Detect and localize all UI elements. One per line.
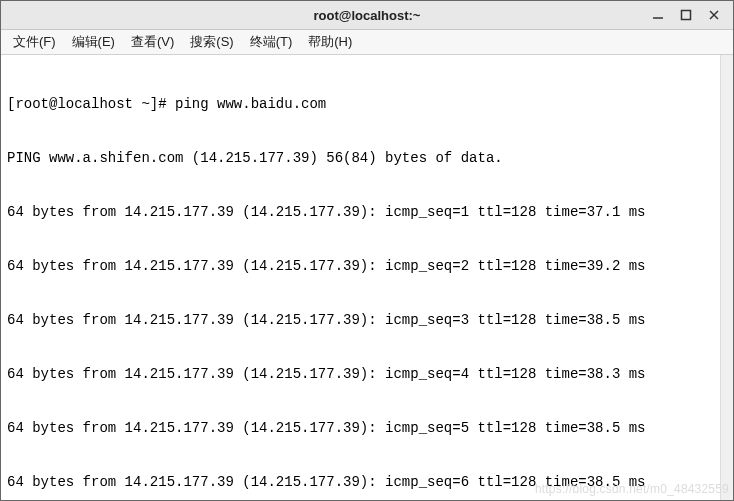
maximize-button[interactable] bbox=[679, 8, 693, 22]
ping-reply: 64 bytes from 14.215.177.39 (14.215.177.… bbox=[7, 257, 727, 275]
shell-prompt: [root@localhost ~]# bbox=[7, 96, 175, 112]
ping-reply: 64 bytes from 14.215.177.39 (14.215.177.… bbox=[7, 473, 727, 491]
svg-rect-1 bbox=[682, 11, 691, 20]
typed-command: ping www.baidu.com bbox=[175, 96, 326, 112]
window-title: root@localhost:~ bbox=[1, 8, 733, 23]
ping-reply: 64 bytes from 14.215.177.39 (14.215.177.… bbox=[7, 311, 727, 329]
ping-reply: 64 bytes from 14.215.177.39 (14.215.177.… bbox=[7, 419, 727, 437]
menu-view[interactable]: 查看(V) bbox=[123, 31, 182, 53]
menu-file[interactable]: 文件(F) bbox=[5, 31, 64, 53]
menu-help[interactable]: 帮助(H) bbox=[300, 31, 360, 53]
menu-terminal[interactable]: 终端(T) bbox=[242, 31, 301, 53]
menu-search[interactable]: 搜索(S) bbox=[182, 31, 241, 53]
ping-reply: 64 bytes from 14.215.177.39 (14.215.177.… bbox=[7, 365, 727, 383]
scrollbar[interactable] bbox=[720, 55, 733, 500]
command-line: [root@localhost ~]# ping www.baidu.com bbox=[7, 95, 727, 113]
window-titlebar: root@localhost:~ bbox=[1, 1, 733, 30]
menubar: 文件(F) 编辑(E) 查看(V) 搜索(S) 终端(T) 帮助(H) bbox=[1, 30, 733, 55]
terminal-window: root@localhost:~ 文件(F) 编辑(E) 查看(V) 搜索(S)… bbox=[0, 0, 734, 501]
close-button[interactable] bbox=[707, 8, 721, 22]
terminal-output[interactable]: [root@localhost ~]# ping www.baidu.com P… bbox=[1, 55, 733, 500]
window-controls bbox=[651, 8, 733, 22]
ping-reply: 64 bytes from 14.215.177.39 (14.215.177.… bbox=[7, 203, 727, 221]
ping-header: PING www.a.shifen.com (14.215.177.39) 56… bbox=[7, 149, 727, 167]
minimize-button[interactable] bbox=[651, 8, 665, 22]
menu-edit[interactable]: 编辑(E) bbox=[64, 31, 123, 53]
